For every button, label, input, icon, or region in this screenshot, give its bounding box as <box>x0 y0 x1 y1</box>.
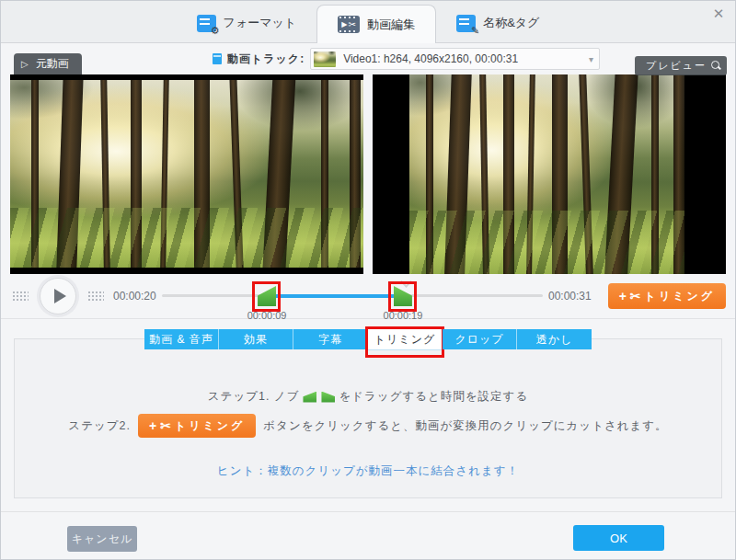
tab-format[interactable]: ⚙ フォーマット <box>177 4 317 42</box>
video-edit-dialog: ⚙ フォーマット ▶✂ 動画編集 ✎ 名称&タグ ✕ ▷ 元動画 動画トラック:… <box>0 0 736 560</box>
video-track-select[interactable]: Video1: h264, 4096x2160, 00:00:31 ▾ <box>310 48 600 70</box>
gear-icon: ⚙ <box>211 26 220 36</box>
edit-tab-label: クロップ <box>454 332 503 348</box>
drag-grid-icon <box>87 291 104 303</box>
source-video-label: 元動画 <box>36 56 69 72</box>
ok-button[interactable]: OK <box>573 525 664 551</box>
trim-button[interactable]: + ✂ トリミング <box>608 283 726 309</box>
track-label: 動画トラック: <box>227 51 305 67</box>
preview-video-image <box>409 74 684 274</box>
step2-instruction: ステップ2. + ✂ トリミング ボタンをクリックすると、動画が変換用のクリップ… <box>15 414 721 438</box>
track-selected-range <box>267 294 403 298</box>
annotation-box <box>388 281 417 312</box>
play-button[interactable] <box>40 278 76 314</box>
edit-tab-label: 字幕 <box>318 332 342 348</box>
knob-right-icon <box>321 392 335 403</box>
trim-track[interactable]: 00:00:09 00:00:19 <box>162 275 543 317</box>
tab-name-tag-label: 名称&タグ <box>483 15 539 31</box>
step1-instruction: ステップ1. ノブ をドラッグすると時間を設定する <box>15 389 721 405</box>
edit-tab-label: 効果 <box>244 332 268 348</box>
annotation-box <box>252 281 281 312</box>
tab-format-label: フォーマット <box>224 15 297 31</box>
source-video-tab: ▷ 元動画 <box>14 53 82 74</box>
edit-tab-label: トリミング <box>374 332 435 348</box>
trim-button-inline-label: トリミング <box>175 418 245 434</box>
current-time: 00:00:20 <box>113 290 156 303</box>
play-glyph: ▶ <box>341 21 347 29</box>
toolbar: ▷ 元動画 動画トラック: Video1: h264, 4096x2160, 0… <box>1 43 735 74</box>
step1-prefix: ステップ1. ノブ <box>208 389 300 405</box>
track-select-value: Video1: h264, 4096x2160, 00:00:31 <box>343 52 581 65</box>
trim-button-inline[interactable]: + ✂ トリミング <box>138 414 256 438</box>
plus-icon: + <box>149 418 156 433</box>
track-group: 動画トラック: Video1: h264, 4096x2160, 00:00:3… <box>213 48 600 70</box>
cancel-button[interactable]: キャンセル <box>67 526 137 552</box>
preview-video-frame <box>373 74 726 274</box>
play-outline-icon: ▷ <box>21 59 29 69</box>
film-scissors-icon: ▶✂ <box>338 16 360 33</box>
edit-tab-subtitle[interactable]: 字幕 <box>293 329 368 349</box>
source-video-frame <box>10 74 363 274</box>
chevron-down-icon: ▾ <box>589 54 593 64</box>
close-icon[interactable]: ✕ <box>707 5 730 23</box>
edit-tab-bar: 動画 & 音声 効果 字幕 トリミング クロップ 透かし <box>144 329 592 349</box>
total-time: 00:00:31 <box>548 290 592 303</box>
scissors-glyph: ✂ <box>349 20 356 29</box>
trim-panel: 動画 & 音声 効果 字幕 トリミング クロップ 透かし ステップ1. ノブ を… <box>14 338 722 498</box>
trim-button-label: トリミング <box>645 289 715 304</box>
preview-label: プレビュー <box>646 59 707 73</box>
format-icon: ⚙ <box>197 15 216 32</box>
edit-tab-trimming[interactable]: トリミング <box>368 329 443 349</box>
track-icon <box>213 53 222 64</box>
source-video-image <box>10 80 363 268</box>
play-icon <box>54 289 66 303</box>
step2-suffix: ボタンをクリックすると、動画が変換用のクリップにカットされます。 <box>263 418 667 434</box>
knob-left-icon <box>303 392 316 403</box>
name-tag-icon: ✎ <box>456 15 476 32</box>
tab-video-edit-label: 動画編集 <box>367 17 415 33</box>
track-thumbnail <box>314 51 336 67</box>
edit-tab-effect[interactable]: 効果 <box>219 329 293 349</box>
edit-section: 動画 & 音声 効果 字幕 トリミング クロップ 透かし ステップ1. ノブ を… <box>1 318 735 510</box>
footer: キャンセル OK <box>1 511 735 560</box>
edit-tab-label: 動画 & 音声 <box>149 332 213 348</box>
magnifier-icon <box>711 61 721 71</box>
top-tab-bar: ⚙ フォーマット ▶✂ 動画編集 ✎ 名称&タグ ✕ <box>1 1 735 43</box>
trim-start-time: 00:00:09 <box>247 310 287 321</box>
pencil-icon: ✎ <box>471 26 479 36</box>
preview-tab[interactable]: プレビュー <box>635 56 727 75</box>
hint-text: ヒント：複数のクリップが動画一本に結合されます！ <box>15 463 721 479</box>
scissors-icon: ✂ <box>160 418 171 433</box>
drag-grid-icon <box>12 291 29 303</box>
step2-label: ステップ2. <box>68 418 131 434</box>
tab-name-tag[interactable]: ✎ 名称&タグ <box>436 4 559 42</box>
edit-tab-label: 透かし <box>536 332 573 348</box>
trim-end-time: 00:00:19 <box>384 310 423 321</box>
preview-area <box>1 74 735 274</box>
edit-tab-crop[interactable]: クロップ <box>443 329 517 349</box>
tab-video-edit[interactable]: ▶✂ 動画編集 <box>316 5 436 43</box>
plus-icon: + <box>619 289 627 303</box>
step1-suffix: をドラッグすると時間を設定する <box>339 389 528 405</box>
edit-tab-watermark[interactable]: 透かし <box>517 329 592 349</box>
scissors-icon: ✂ <box>630 289 641 303</box>
timeline-row: 00:00:20 00:00:09 00:00:19 00:00:31 + ✂ … <box>1 274 735 318</box>
edit-tab-video-audio[interactable]: 動画 & 音声 <box>144 329 219 349</box>
